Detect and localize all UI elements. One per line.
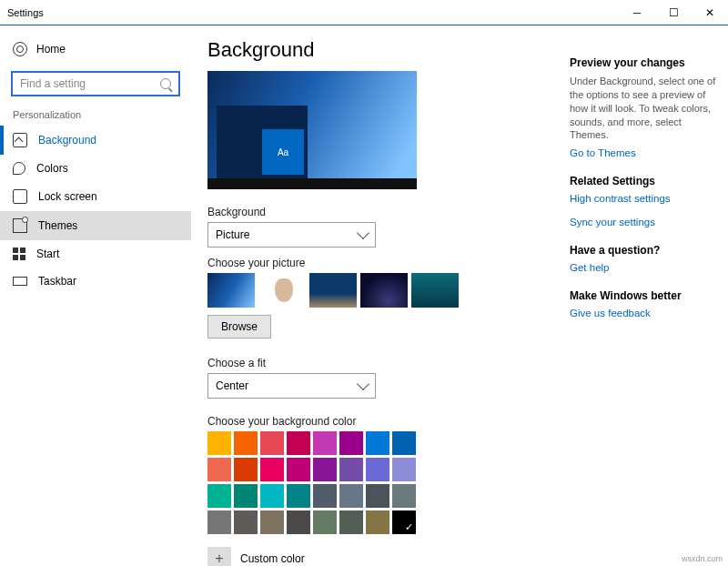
- color-swatch[interactable]: [234, 458, 258, 481]
- color-swatch[interactable]: [313, 431, 337, 455]
- gear-icon: [13, 42, 27, 56]
- watermark: wsxdn.com: [682, 554, 723, 563]
- main-content: Background Aa Background Picture Choose …: [191, 25, 564, 566]
- color-swatch[interactable]: [287, 458, 310, 481]
- color-swatch[interactable]: [366, 510, 389, 534]
- maximize-button[interactable]: ☐: [655, 0, 692, 25]
- lock-icon: [13, 189, 27, 204]
- color-swatch[interactable]: [207, 484, 231, 508]
- color-swatch[interactable]: [287, 431, 310, 455]
- theme-icon: [13, 218, 27, 233]
- background-preview: Aa: [207, 71, 417, 189]
- sidebar-item-themes[interactable]: Themes: [0, 211, 191, 240]
- color-swatch[interactable]: [313, 458, 337, 481]
- sidebar-item-start[interactable]: Start: [0, 240, 191, 268]
- color-swatch[interactable]: [287, 510, 310, 534]
- category-label: Personalization: [0, 109, 191, 126]
- sidebar-item-label: Background: [38, 134, 96, 147]
- preview-heading: Preview your changes: [570, 56, 717, 69]
- custom-color-label: Custom color: [240, 552, 305, 565]
- color-swatch[interactable]: [392, 510, 416, 534]
- picture-thumb[interactable]: [309, 273, 357, 308]
- color-swatch[interactable]: [287, 484, 310, 508]
- titlebar: Settings ─ ☐ ✕: [0, 0, 728, 25]
- chevron-down-icon: [357, 227, 369, 239]
- sidebar-item-lockscreen[interactable]: Lock screen: [0, 182, 191, 211]
- related-heading: Related Settings: [570, 175, 717, 187]
- sidebar-item-colors[interactable]: Colors: [0, 155, 191, 182]
- chevron-down-icon: [357, 378, 369, 390]
- custom-color-button[interactable]: +: [207, 547, 231, 566]
- sidebar: Home Find a setting Personalization Back…: [0, 25, 191, 566]
- color-grid: [207, 431, 548, 534]
- background-label: Background: [207, 206, 548, 218]
- minimize-button[interactable]: ─: [619, 0, 655, 25]
- search-icon: [160, 78, 171, 89]
- color-swatch[interactable]: [392, 431, 416, 455]
- themes-link[interactable]: Go to Themes: [570, 147, 717, 158]
- color-swatch[interactable]: [234, 510, 258, 534]
- sidebar-item-taskbar[interactable]: Taskbar: [0, 268, 191, 295]
- custom-color-row: + Custom color: [207, 547, 548, 566]
- picture-thumb[interactable]: [411, 273, 459, 308]
- color-swatch[interactable]: [392, 458, 416, 481]
- search-input[interactable]: Find a setting: [11, 71, 180, 96]
- color-swatch[interactable]: [313, 510, 337, 534]
- better-heading: Make Windows better: [570, 289, 717, 302]
- bgcolor-label: Choose your background color: [207, 415, 548, 428]
- color-swatch[interactable]: [313, 484, 337, 508]
- picture-icon: [13, 133, 27, 147]
- sidebar-item-background[interactable]: Background: [0, 126, 191, 155]
- color-swatch[interactable]: [260, 431, 284, 455]
- sidebar-item-label: Colors: [36, 162, 68, 175]
- fit-label: Choose a fit: [207, 357, 548, 369]
- color-swatch[interactable]: [366, 431, 389, 455]
- taskbar-icon: [13, 277, 27, 286]
- color-swatch[interactable]: [260, 484, 284, 508]
- dropdown-value: Picture: [216, 228, 249, 241]
- feedback-link[interactable]: Give us feedback: [570, 308, 717, 318]
- help-link[interactable]: Get help: [570, 262, 717, 273]
- start-icon: [13, 248, 25, 260]
- color-swatch[interactable]: [339, 510, 363, 534]
- color-swatch[interactable]: [207, 458, 231, 481]
- home-label: Home: [36, 43, 66, 56]
- color-swatch[interactable]: [207, 510, 231, 534]
- preview-text: Under Background, select one of the opti…: [570, 75, 717, 142]
- contrast-link[interactable]: High contrast settings: [570, 193, 717, 204]
- picture-thumb[interactable]: [360, 273, 408, 308]
- sidebar-item-label: Start: [36, 248, 59, 260]
- color-swatch[interactable]: [234, 484, 258, 508]
- background-dropdown[interactable]: Picture: [207, 222, 376, 248]
- sidebar-item-label: Lock screen: [38, 190, 97, 203]
- color-swatch[interactable]: [234, 431, 258, 455]
- palette-icon: [13, 162, 25, 175]
- color-swatch[interactable]: [392, 484, 416, 508]
- preview-tile: Aa: [262, 129, 304, 175]
- choose-picture-label: Choose your picture: [207, 257, 548, 269]
- color-swatch[interactable]: [339, 484, 363, 508]
- color-swatch[interactable]: [366, 458, 389, 481]
- fit-dropdown[interactable]: Center: [207, 373, 376, 399]
- picture-thumb[interactable]: [207, 273, 255, 308]
- sidebar-item-label: Taskbar: [38, 275, 76, 288]
- sidebar-item-label: Themes: [38, 219, 77, 232]
- home-button[interactable]: Home: [0, 36, 191, 62]
- color-swatch[interactable]: [260, 458, 284, 481]
- color-swatch[interactable]: [260, 510, 284, 534]
- picture-thumbnails: [207, 273, 548, 308]
- browse-button[interactable]: Browse: [207, 315, 271, 339]
- search-placeholder: Find a setting: [20, 77, 86, 90]
- color-swatch[interactable]: [207, 431, 231, 455]
- question-heading: Have a question?: [570, 244, 717, 257]
- color-swatch[interactable]: [339, 431, 363, 455]
- picture-thumb[interactable]: [258, 273, 306, 308]
- page-title: Background: [207, 38, 548, 62]
- close-button[interactable]: ✕: [692, 0, 728, 25]
- dropdown-value: Center: [216, 379, 248, 392]
- color-swatch[interactable]: [366, 484, 389, 508]
- window-title: Settings: [7, 7, 619, 18]
- sync-link[interactable]: Sync your settings: [570, 217, 717, 227]
- color-swatch[interactable]: [339, 458, 363, 481]
- right-panel: Preview your changes Under Background, s…: [564, 25, 728, 566]
